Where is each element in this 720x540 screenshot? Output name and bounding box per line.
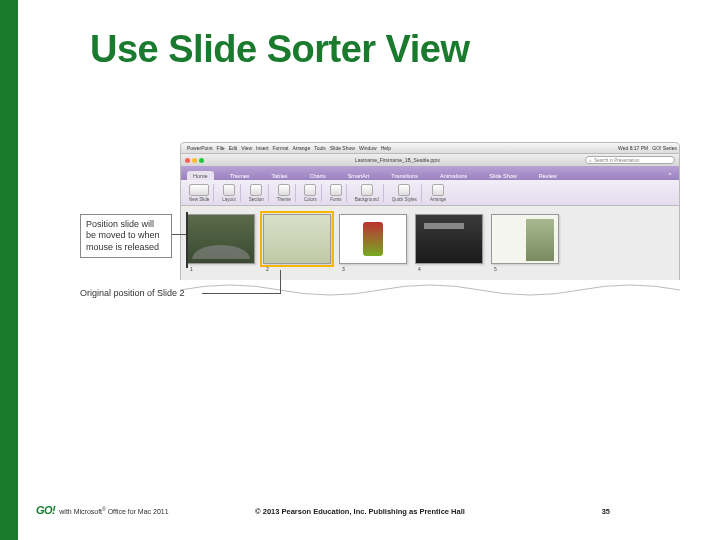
drop-indicator bbox=[186, 212, 188, 268]
slide-thumb-3[interactable]: 3 bbox=[339, 214, 407, 264]
tab-charts[interactable]: Charts bbox=[303, 171, 331, 180]
footer-copyright: © 2013 Pearson Education, Inc. Publishin… bbox=[0, 507, 720, 516]
menu-app: PowerPoint bbox=[187, 145, 213, 151]
menu-edit: Edit bbox=[229, 145, 238, 151]
footer-page-number: 35 bbox=[602, 507, 610, 516]
background-icon bbox=[361, 184, 373, 196]
callout-original-leader-v bbox=[280, 270, 281, 294]
traffic-lights bbox=[185, 158, 204, 163]
menu-format: Format bbox=[273, 145, 289, 151]
callout-drop-leader bbox=[172, 234, 186, 235]
minimize-icon bbox=[192, 158, 197, 163]
window-titlebar: Lastname_Firstname_1B_Seattle.pptx ⌕ Sea… bbox=[180, 154, 680, 166]
tab-review[interactable]: Review bbox=[533, 171, 563, 180]
new-slide-icon bbox=[189, 184, 209, 196]
ribbon-tabs: Home Themes Tables Charts SmartArt Trans… bbox=[180, 166, 680, 180]
theme-icon bbox=[278, 184, 290, 196]
search-icon: ⌕ bbox=[589, 158, 592, 163]
menu-arrange: Arrange bbox=[292, 145, 310, 151]
tab-transitions[interactable]: Transitions bbox=[385, 171, 424, 180]
tab-smartart[interactable]: SmartArt bbox=[342, 171, 376, 180]
slide-thumb-2[interactable]: 2 bbox=[263, 214, 331, 264]
ribbon-collapse-icon[interactable]: ⌃ bbox=[667, 172, 673, 180]
slide-title: Use Slide Sorter View bbox=[90, 28, 470, 71]
ribbon-arrange[interactable]: Arrange bbox=[426, 184, 450, 202]
slide-thumb-1[interactable]: 1 bbox=[187, 214, 255, 264]
callout-original-leader-h bbox=[202, 293, 280, 294]
ribbon-theme[interactable]: Theme bbox=[273, 184, 296, 202]
slide-thumb-5[interactable]: 5 bbox=[491, 214, 559, 264]
layout-icon bbox=[223, 184, 235, 196]
search-input[interactable]: ⌕ Search in Presentation bbox=[585, 156, 675, 164]
ribbon-body: New Slide Layout Section Theme Colors Fo… bbox=[180, 180, 680, 206]
close-icon bbox=[185, 158, 190, 163]
menu-view: View bbox=[241, 145, 252, 151]
torn-edge bbox=[180, 280, 680, 300]
slide-thumb-4[interactable]: 4 bbox=[415, 214, 483, 264]
ribbon-new-slide[interactable]: New Slide bbox=[185, 184, 214, 202]
slide-sorter-pane[interactable]: 1 2 3 4 5 bbox=[180, 206, 680, 284]
tab-themes[interactable]: Themes bbox=[224, 171, 256, 180]
ribbon-quick-styles[interactable]: Quick Styles bbox=[388, 184, 422, 202]
left-accent-bar bbox=[0, 0, 18, 540]
menu-user: GO! Series bbox=[652, 145, 677, 151]
ribbon-section[interactable]: Section bbox=[245, 184, 269, 202]
quick-styles-icon bbox=[398, 184, 410, 196]
arrange-icon bbox=[432, 184, 444, 196]
document-name: Lastname_Firstname_1B_Seattle.pptx bbox=[210, 157, 585, 163]
zoom-icon bbox=[199, 158, 204, 163]
menu-tools: Tools bbox=[314, 145, 326, 151]
callout-original-position: Original position of Slide 2 bbox=[80, 288, 185, 298]
menu-help: Help bbox=[381, 145, 391, 151]
mac-menu-bar: PowerPoint File Edit View Insert Format … bbox=[180, 142, 680, 154]
menu-slideshow: Slide Show bbox=[330, 145, 355, 151]
ribbon-colors[interactable]: Colors bbox=[300, 184, 322, 202]
tab-tables[interactable]: Tables bbox=[266, 171, 294, 180]
section-icon bbox=[250, 184, 262, 196]
ribbon-background[interactable]: Background bbox=[351, 184, 384, 202]
colors-icon bbox=[304, 184, 316, 196]
ribbon-fonts[interactable]: Fonts bbox=[326, 184, 347, 202]
search-placeholder: Search in Presentation bbox=[594, 158, 640, 163]
menu-insert: Insert bbox=[256, 145, 269, 151]
tab-home[interactable]: Home bbox=[187, 171, 214, 180]
tab-slideshow[interactable]: Slide Show bbox=[483, 171, 523, 180]
tab-animations[interactable]: Animations bbox=[434, 171, 473, 180]
screenshot-figure: PowerPoint File Edit View Insert Format … bbox=[80, 142, 680, 302]
ribbon-layout[interactable]: Layout bbox=[218, 184, 241, 202]
menu-file: File bbox=[217, 145, 225, 151]
callout-drop-target: Position slide will be moved to when mou… bbox=[80, 214, 172, 258]
menu-clock: Wed 8:17 PM bbox=[618, 145, 648, 151]
menu-window: Window bbox=[359, 145, 377, 151]
fonts-icon bbox=[330, 184, 342, 196]
